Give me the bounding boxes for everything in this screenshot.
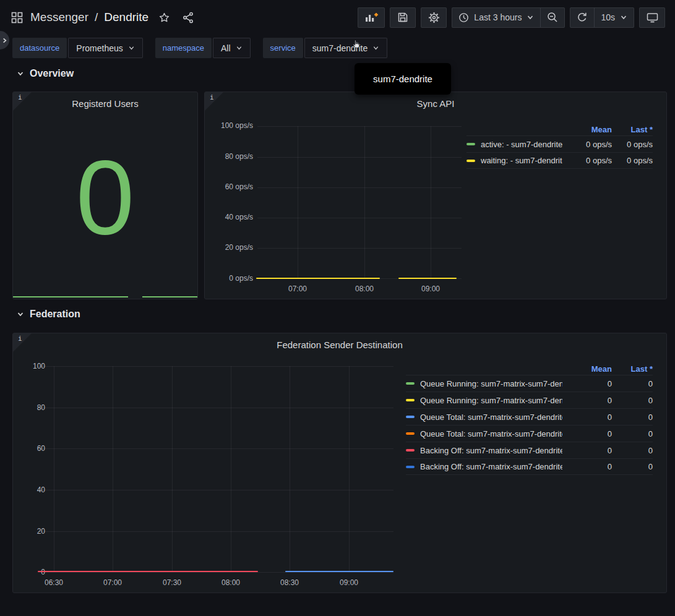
gridline: [172, 366, 173, 572]
variable-datasource-dropdown[interactable]: Prometheus: [68, 38, 142, 58]
chevron-down-icon: [236, 45, 243, 51]
add-panel-icon: [364, 12, 378, 23]
legend-row[interactable]: Backing Off: sum7-matrix-sum7-dendrite 0…: [406, 442, 653, 458]
variable-namespace: namespace All: [155, 38, 251, 58]
legend-mean-value: 0: [562, 462, 612, 471]
x-axis-tick: 08:00: [212, 578, 249, 587]
legend-mean-value: 0: [562, 413, 612, 422]
y-axis-tick: 40 ops/s: [205, 213, 253, 221]
legend-swatch: [406, 432, 415, 435]
refresh-group: 10s: [570, 7, 634, 28]
series-line-backing-off-blue: [285, 571, 393, 572]
legend-header-mean[interactable]: Mean: [562, 125, 612, 134]
series-line-backing-off-red: [38, 571, 258, 572]
time-picker-group: Last 3 hours: [452, 7, 565, 28]
panel-title-registered-users[interactable]: Registerd Users: [13, 98, 197, 109]
legend-label[interactable]: Queue Total: sum7-matrix-sum7-dendrite: [420, 413, 562, 422]
gridline: [298, 126, 298, 279]
legend-label[interactable]: waiting: - sum7-dendrite: [481, 156, 562, 165]
time-range-picker[interactable]: Last 3 hours: [452, 8, 540, 27]
legend-label[interactable]: Queue Running: sum7-matrix-sum7-dendrite: [420, 379, 562, 388]
y-axis-tick: 0 ops/s: [205, 274, 253, 283]
gridline: [349, 366, 350, 572]
x-axis-tick: 09:00: [330, 578, 368, 587]
legend-mean-value: 0: [562, 429, 612, 438]
legend-swatch: [406, 399, 415, 401]
variable-namespace-label: namespace: [155, 38, 212, 58]
service-value-tooltip: sum7-dendrite: [355, 63, 451, 95]
legend-label[interactable]: active: - sum7-dendrite: [481, 140, 562, 149]
panel-sync-api: i Sync API 100 ops/s 80 ops/s 60 ops/s 4…: [204, 92, 667, 299]
stat-sparkline-segment: [142, 296, 197, 297]
legend-swatch: [466, 143, 475, 145]
section-row-overview[interactable]: Overview: [17, 68, 74, 79]
variable-service-label: service: [263, 38, 303, 58]
chevron-down-icon: [17, 70, 24, 77]
legend-row[interactable]: waiting: - sum7-dendrite 0 ops/s 0 ops/s: [466, 152, 653, 169]
chevron-down-icon: [17, 310, 24, 318]
legend-last-value: 0: [612, 379, 653, 388]
breadcrumb: Messenger / Dendrite: [10, 11, 196, 25]
section-row-federation[interactable]: Federation: [17, 309, 80, 320]
legend-last-value: 0: [612, 396, 653, 405]
legend-row[interactable]: Queue Total: sum7-matrix-sum7-dendrite 0…: [406, 425, 653, 442]
breadcrumb-dashboard[interactable]: Messenger: [30, 11, 88, 24]
gridline: [364, 126, 365, 279]
chevron-down-icon: [128, 45, 135, 51]
gridline: [290, 366, 290, 572]
refresh-interval-dropdown[interactable]: 10s: [595, 8, 634, 27]
y-axis-tick: 60 ops/s: [205, 182, 253, 191]
panel-federation-sender: i Federation Sender Destination 100 80 6…: [12, 333, 667, 593]
panel-registered-users: i Registerd Users 0: [12, 92, 198, 299]
save-dashboard-button[interactable]: [390, 7, 416, 28]
legend-header-last[interactable]: Last *: [612, 125, 653, 134]
legend-federation: Mean Last * Queue Running: sum7-matrix-s…: [406, 362, 653, 475]
legend-mean-value: 0: [562, 396, 612, 405]
info-icon[interactable]: i: [18, 335, 22, 343]
time-range-label: Last 3 hours: [474, 12, 522, 22]
refresh-button[interactable]: [570, 8, 594, 27]
section-title-overview: Overview: [30, 68, 74, 79]
x-axis-tick: 08:30: [271, 578, 308, 587]
gridline: [38, 448, 393, 449]
legend-row[interactable]: active: - sum7-dendrite 0 ops/s 0 ops/s: [466, 135, 653, 152]
breadcrumb-separator: /: [95, 11, 98, 24]
panel-title-federation-sender[interactable]: Federation Sender Destination: [13, 340, 666, 350]
x-axis-tick: 07:30: [153, 578, 191, 587]
variable-namespace-dropdown[interactable]: All: [213, 38, 251, 58]
stat-value: 0: [13, 145, 197, 250]
favorite-star-icon[interactable]: [157, 11, 171, 25]
legend-row[interactable]: Backing Off: sum7-matrix-sum7-dendrite 0…: [406, 458, 653, 475]
legend-label[interactable]: Backing Off: sum7-matrix-sum7-dendrite: [420, 462, 562, 471]
add-panel-button[interactable]: [358, 7, 385, 28]
legend-mean-value: 0 ops/s: [562, 156, 612, 165]
info-icon[interactable]: i: [18, 93, 22, 101]
legend-label[interactable]: Backing Off: sum7-matrix-sum7-dendrite: [420, 446, 562, 455]
legend-label[interactable]: Queue Total: sum7-matrix-sum7-dendrite: [420, 429, 562, 438]
legend-row[interactable]: Queue Running: sum7-matrix-sum7-dendrite…: [406, 375, 653, 391]
panel-title-sync-api[interactable]: Sync API: [205, 98, 666, 109]
legend-header-mean[interactable]: Mean: [562, 364, 612, 374]
grafana-dashboard: Messenger / Dendrite: [0, 0, 675, 616]
x-axis-tick: 06:30: [35, 578, 72, 587]
breadcrumb-page: Dendrite: [104, 11, 148, 24]
y-axis-tick: 100 ops/s: [205, 121, 253, 130]
x-axis-tick: 08:00: [346, 284, 383, 293]
info-icon[interactable]: i: [210, 93, 214, 101]
dashboard-settings-button[interactable]: [421, 7, 447, 28]
section-title-federation: Federation: [30, 309, 80, 320]
legend-row[interactable]: Queue Running: sum7-matrix-sum7-dendrite…: [406, 391, 653, 408]
zoom-out-button[interactable]: [541, 8, 564, 27]
share-icon[interactable]: [181, 11, 196, 25]
zoom-out-icon: [547, 12, 558, 23]
legend-sync-api: Mean Last * active: - sum7-dendrite 0 op…: [466, 123, 653, 169]
variable-service-dropdown[interactable]: sum7-dendrite: [304, 38, 388, 58]
legend-label[interactable]: Queue Running: sum7-matrix-sum7-dendrite: [420, 396, 562, 405]
variable-service: service sum7-dendrite: [263, 38, 388, 58]
legend-header-last[interactable]: Last *: [612, 364, 653, 374]
dashboards-grid-icon[interactable]: [10, 11, 24, 25]
legend-row[interactable]: Queue Total: sum7-matrix-sum7-dendrite 0…: [406, 408, 653, 425]
legend-header-row: Mean Last *: [466, 123, 653, 135]
kiosk-mode-button[interactable]: [639, 7, 665, 28]
gridline: [431, 126, 431, 279]
